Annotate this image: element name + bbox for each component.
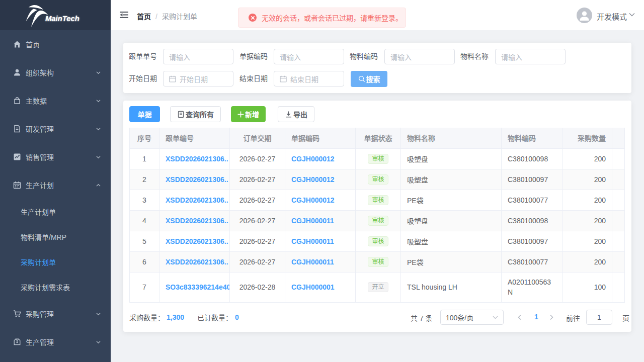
svg-text:MainTech: MainTech [45, 15, 79, 23]
